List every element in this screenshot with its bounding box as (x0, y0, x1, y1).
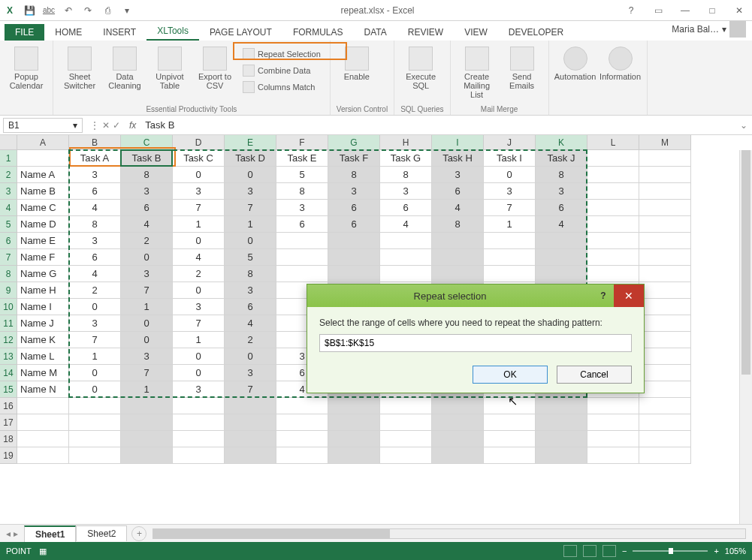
cell[interactable]: Name F (17, 249, 69, 266)
sheet-prev-icon[interactable]: ◂ (6, 528, 11, 539)
cell[interactable] (432, 447, 484, 464)
row-header-14[interactable]: 14 (0, 365, 17, 381)
cell[interactable] (17, 447, 69, 464)
cell[interactable]: 3 (328, 183, 380, 200)
cell[interactable]: 0 (173, 282, 225, 299)
cell[interactable]: 4 (121, 216, 173, 233)
cell[interactable] (639, 233, 691, 249)
cell[interactable]: 2 (173, 266, 225, 282)
cell[interactable]: Name D (17, 216, 69, 233)
cell[interactable] (639, 332, 691, 348)
cell[interactable]: 3 (276, 200, 328, 216)
cell[interactable] (328, 447, 380, 464)
combine-data-button[interactable]: Combine Data (240, 63, 324, 78)
cell[interactable]: 0 (225, 348, 276, 365)
cell[interactable]: Name A (17, 167, 69, 183)
cell[interactable]: 0 (121, 249, 173, 266)
row-header-19[interactable]: 19 (0, 447, 17, 464)
cell[interactable] (536, 431, 587, 447)
select-all-corner[interactable] (0, 135, 17, 150)
cell[interactable]: 8 (121, 167, 173, 183)
zoom-thumb[interactable] (669, 548, 673, 554)
cell[interactable] (639, 249, 691, 266)
formula-input[interactable]: Task B (140, 118, 735, 132)
cell[interactable] (380, 447, 432, 464)
cell[interactable] (484, 447, 536, 464)
formula-options-icon[interactable]: ⋮ (90, 120, 99, 131)
cell[interactable] (639, 398, 691, 414)
tab-developer[interactable]: DEVELOPER (498, 24, 574, 41)
help-icon[interactable]: ? (621, 5, 641, 16)
cell[interactable] (173, 431, 225, 447)
cell[interactable]: 0 (69, 381, 121, 398)
column-header-D[interactable]: D (173, 135, 225, 150)
cell[interactable]: Name C (17, 200, 69, 216)
row-header-7[interactable]: 7 (0, 249, 17, 266)
column-header-K[interactable]: K (536, 135, 587, 150)
cell[interactable] (432, 431, 484, 447)
cell[interactable] (17, 431, 69, 447)
column-header-A[interactable]: A (17, 135, 69, 150)
row-header-18[interactable]: 18 (0, 431, 17, 447)
cell[interactable] (639, 414, 691, 431)
cell[interactable] (276, 249, 328, 266)
row-header-2[interactable]: 2 (0, 167, 17, 183)
cell[interactable] (639, 216, 691, 233)
cell[interactable]: Task E (276, 150, 328, 167)
cell[interactable] (328, 431, 380, 447)
cell[interactable] (536, 233, 587, 249)
tab-view[interactable]: VIEW (454, 24, 498, 41)
cell[interactable]: 6 (380, 200, 432, 216)
dialog-close-icon[interactable]: ✕ (614, 285, 644, 307)
cell[interactable]: 4 (69, 266, 121, 282)
cell[interactable]: 2 (121, 233, 173, 249)
cell[interactable] (328, 233, 380, 249)
column-header-G[interactable]: G (328, 135, 380, 150)
close-icon[interactable]: ✕ (729, 5, 749, 16)
row-header-8[interactable]: 8 (0, 266, 17, 282)
tab-review[interactable]: REVIEW (397, 24, 454, 41)
cell[interactable]: 4 (173, 249, 225, 266)
cell[interactable] (380, 249, 432, 266)
sheet-switcher-button[interactable]: Sheet Switcher (59, 44, 100, 90)
cell[interactable] (121, 447, 173, 464)
cell[interactable]: Task A (69, 150, 121, 167)
cell[interactable] (121, 398, 173, 414)
cell[interactable]: Task F (328, 150, 380, 167)
name-box[interactable]: B1▾ (3, 118, 83, 133)
cell[interactable]: Name L (17, 348, 69, 365)
sheet-next-icon[interactable]: ▸ (14, 528, 18, 539)
zoom-in-icon[interactable]: + (714, 546, 718, 555)
cell[interactable]: 3 (484, 183, 536, 200)
macro-record-icon[interactable]: ▦ (39, 546, 47, 556)
tab-xltools[interactable]: XLTools (146, 23, 199, 41)
zoom-slider[interactable] (633, 550, 708, 552)
cell[interactable] (380, 398, 432, 414)
cell[interactable]: 1 (69, 348, 121, 365)
row-header-6[interactable]: 6 (0, 233, 17, 249)
send-emails-button[interactable]: Send Emails (502, 44, 542, 90)
cell[interactable]: 3 (121, 348, 173, 365)
cell[interactable] (639, 183, 691, 200)
cell[interactable] (639, 381, 691, 398)
cell[interactable]: 3 (69, 167, 121, 183)
cell[interactable]: 1 (121, 381, 173, 398)
column-header-B[interactable]: B (69, 135, 121, 150)
cell[interactable]: 3 (225, 282, 276, 299)
cell[interactable] (276, 266, 328, 282)
cell[interactable] (484, 233, 536, 249)
cell[interactable]: 3 (225, 183, 276, 200)
minimize-icon[interactable]: — (675, 5, 695, 16)
cell[interactable]: Task J (536, 150, 587, 167)
cell[interactable]: 7 (225, 381, 276, 398)
user-menu[interactable]: Maria Bal… ▾ (666, 18, 752, 41)
cell[interactable]: Name E (17, 233, 69, 249)
cell[interactable]: Name J (17, 315, 69, 332)
cell[interactable] (639, 150, 691, 167)
spellcheck-icon[interactable]: abc (42, 4, 56, 17)
cell[interactable]: 4 (225, 315, 276, 332)
page-break-view-icon[interactable] (603, 545, 616, 557)
cell[interactable] (639, 431, 691, 447)
row-header-17[interactable]: 17 (0, 414, 17, 431)
execute-sql-button[interactable]: Execute SQL (400, 44, 441, 90)
